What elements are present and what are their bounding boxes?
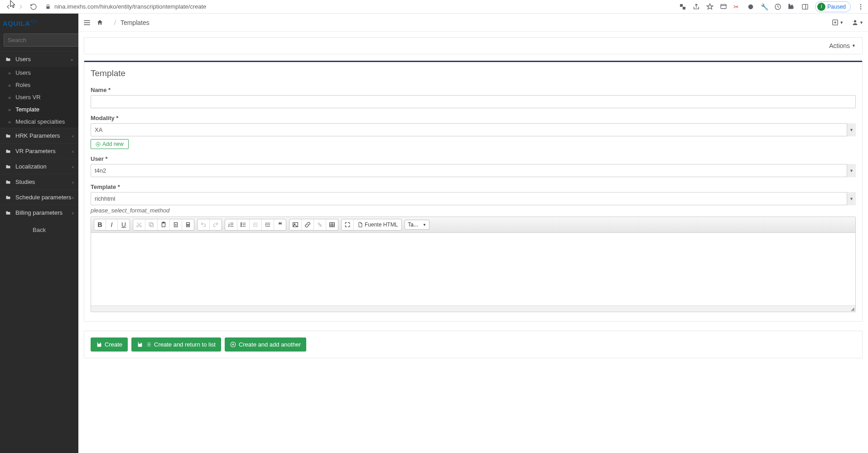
undo-button[interactable] xyxy=(198,219,210,230)
folder-icon xyxy=(5,164,11,169)
sidebar-item-users[interactable]: »Users xyxy=(0,67,78,79)
template-select[interactable]: richhtml ▼ xyxy=(91,192,856,205)
table-button[interactable] xyxy=(326,219,338,230)
blockquote-button[interactable]: ❝ xyxy=(274,219,286,230)
svg-rect-15 xyxy=(149,222,152,226)
chevron-right-icon: » xyxy=(8,82,11,88)
svg-point-6 xyxy=(860,8,862,10)
actions-bar: Actions ▼ xyxy=(84,37,863,54)
user-label: User * xyxy=(91,155,856,162)
create-another-button[interactable]: Create and add another xyxy=(225,337,306,352)
create-return-button[interactable]: Create and return to list xyxy=(131,337,221,352)
chevron-right-icon: » xyxy=(8,107,11,112)
sidepanel-icon[interactable] xyxy=(801,3,809,10)
lock-icon xyxy=(45,4,51,10)
browser-chrome: nina.imexhs.com/hiruko/entity/transcript… xyxy=(0,0,868,14)
sidebar-section-studies[interactable]: Studies ‹ xyxy=(0,174,78,189)
user-icon xyxy=(852,19,858,26)
svg-point-20 xyxy=(241,223,241,224)
sidebar-section-vr[interactable]: VR Parameters ‹ xyxy=(0,143,78,159)
chevron-right-icon: » xyxy=(8,70,11,76)
underline-button[interactable]: U xyxy=(118,219,130,230)
extensions-icon[interactable] xyxy=(788,3,795,10)
svg-point-21 xyxy=(241,224,241,225)
resize-grip-icon[interactable]: ◢ xyxy=(851,306,854,311)
modality-label: Modality * xyxy=(91,115,856,121)
sidebar-item-medical-specialties[interactable]: »Medical specialties xyxy=(0,116,78,128)
caret-down-icon: ▼ xyxy=(839,20,844,25)
redo-button[interactable] xyxy=(210,219,222,230)
ext3-icon[interactable]: 🔧 xyxy=(761,3,768,10)
italic-button[interactable]: I xyxy=(106,219,118,230)
ext4-icon[interactable] xyxy=(774,3,781,10)
sidebar-item-users-vr[interactable]: »Users VR xyxy=(0,91,78,103)
share-icon[interactable] xyxy=(693,3,700,10)
paste-text-button[interactable] xyxy=(170,219,182,230)
svg-rect-14 xyxy=(150,224,154,227)
indent-button[interactable] xyxy=(262,219,274,230)
install-icon[interactable] xyxy=(720,3,727,10)
forward-icon[interactable] xyxy=(17,3,24,10)
topbar: / Templates ▼ ▼ xyxy=(78,14,868,32)
name-label: Name * xyxy=(91,87,856,93)
modality-select[interactable]: XA ▼ xyxy=(91,123,856,136)
ext1-icon[interactable]: ✂ xyxy=(733,3,741,10)
home-icon[interactable] xyxy=(96,19,103,26)
breadcrumb-sep: / xyxy=(114,19,116,26)
menu-toggle-icon[interactable] xyxy=(83,19,91,27)
editor-toolbar: B I U xyxy=(91,217,855,233)
source-button[interactable]: Fuente HTML xyxy=(354,219,401,230)
font-size-select[interactable]: Ta... ▼ xyxy=(405,220,429,230)
sidebar-item-template[interactable]: »Template xyxy=(0,103,78,116)
add-new-button[interactable]: Add new xyxy=(91,139,129,149)
sidebar-section-billing[interactable]: Billing parameters ‹ xyxy=(0,205,78,220)
save-icon xyxy=(137,342,143,347)
sidebar-section-localization[interactable]: Localization ‹ xyxy=(0,159,78,174)
paste-word-button[interactable] xyxy=(182,219,194,230)
sidebar-back[interactable]: Back xyxy=(0,220,78,240)
url-text[interactable]: nina.imexhs.com/hiruko/entity/transcript… xyxy=(54,3,206,10)
paste-button[interactable] xyxy=(158,219,170,230)
back-icon[interactable] xyxy=(5,3,12,10)
sidebar-search-input[interactable] xyxy=(4,34,87,47)
actions-dropdown[interactable]: Actions ▼ xyxy=(829,42,856,49)
name-input[interactable] xyxy=(91,95,856,108)
unordered-list-button[interactable] xyxy=(237,219,250,230)
reload-icon[interactable] xyxy=(30,3,37,10)
folder-icon xyxy=(5,195,11,200)
star-icon[interactable] xyxy=(706,3,714,10)
avatar-icon: I xyxy=(817,3,825,11)
folder-icon xyxy=(5,210,11,216)
caret-down-icon: ▼ xyxy=(423,223,426,227)
menu-dots-icon[interactable] xyxy=(857,3,864,10)
bold-button[interactable]: B xyxy=(94,219,106,230)
topbar-add-dropdown[interactable]: ▼ xyxy=(832,19,844,26)
svg-point-10 xyxy=(854,20,856,23)
sidebar-section-users[interactable]: Users ⌄ xyxy=(0,51,78,67)
sidebar-section-hrk[interactable]: HRK Parameters ‹ xyxy=(0,128,78,143)
user-select[interactable]: t4n2 ▼ xyxy=(91,164,856,177)
chevron-right-icon: » xyxy=(8,95,11,100)
brand-logo[interactable]: AQUILA xyxy=(0,14,78,31)
breadcrumb-page[interactable]: Templates xyxy=(121,19,149,26)
chevron-left-icon: ‹ xyxy=(72,195,74,200)
ordered-list-button[interactable] xyxy=(225,219,237,230)
image-button[interactable] xyxy=(289,219,302,230)
copy-button[interactable] xyxy=(145,219,158,230)
profile-paused[interactable]: I Paused xyxy=(815,1,851,12)
unlink-button[interactable] xyxy=(314,219,326,230)
editor-body[interactable] xyxy=(91,233,855,305)
sidebar-section-schedule[interactable]: Schedule parameters ‹ xyxy=(0,189,78,205)
link-button[interactable] xyxy=(302,219,314,230)
maximize-button[interactable] xyxy=(342,219,354,230)
create-button[interactable]: Create xyxy=(91,337,128,352)
sidebar-item-roles[interactable]: »Roles xyxy=(0,79,78,91)
ext2-icon[interactable] xyxy=(747,3,754,10)
outdent-button[interactable] xyxy=(250,219,262,230)
plus-square-icon xyxy=(832,19,839,26)
topbar-user-dropdown[interactable]: ▼ xyxy=(852,19,863,26)
translate-icon[interactable] xyxy=(679,3,686,10)
cut-button[interactable] xyxy=(133,219,145,230)
sidebar: AQUILA Users ⌄ »Users »Roles »Users VR »… xyxy=(0,14,78,453)
list-icon xyxy=(145,342,151,347)
